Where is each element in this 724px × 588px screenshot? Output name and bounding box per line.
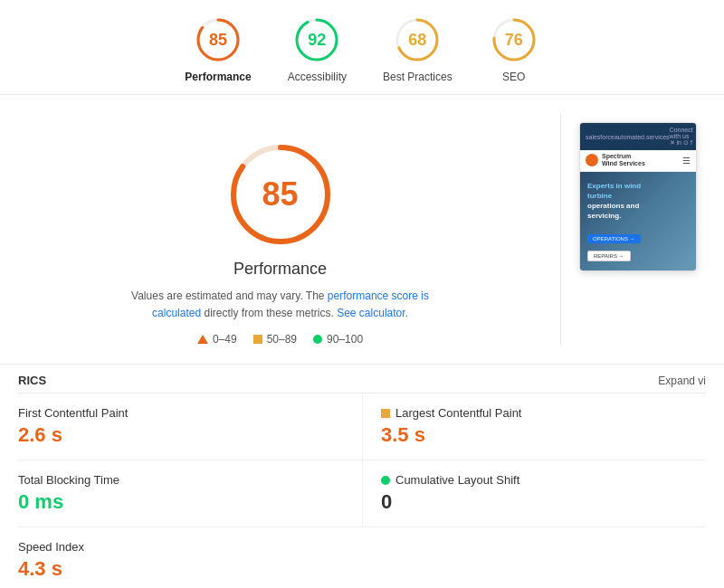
legend-red-label: 0–49 [213,333,237,346]
metric-lcp-value: 3.5 s [381,423,706,447]
expand-button[interactable]: Expand vi [658,375,706,387]
main-content: 85 Performance Values are estimated and … [0,95,724,365]
metric-fcp-value: 2.6 s [18,423,344,447]
score-label-performance: Performance [185,71,251,83]
metric-tbt-name: Total Blocking Time [18,473,119,487]
metric-lcp-name: Largest Contentful Paint [395,406,521,420]
metric-cls: Cumulative Layout Shift 0 [362,460,706,527]
metric-si-header: Speed Index [18,540,706,554]
hero-btn2: REPAIRS → [587,251,631,261]
score-bar: 85 Performance 92 Accessibility 68 Best … [0,0,724,95]
score-item-performance[interactable]: 85 Performance [185,14,251,83]
metrics-header: RICS Expand vi [18,365,706,394]
metric-lcp: Largest Contentful Paint 3.5 s [362,394,706,460]
score-number-best-practices: 68 [408,31,426,50]
metric-cls-name: Cumulative Layout Shift [395,473,519,487]
score-label-seo: SEO [502,71,525,83]
metric-tbt-value: 0 ms [18,490,344,514]
metrics-section: RICS Expand vi First Contentful Paint 2.… [0,365,724,588]
metrics-grid: First Contentful Paint 2.6 s Largest Con… [18,394,706,527]
metric-cls-header: Cumulative Layout Shift [381,473,706,487]
score-item-seo[interactable]: 76 SEO [489,14,539,83]
score-item-best-practices[interactable]: 68 Best Practices [383,14,452,83]
screenshot-hero: Experts in windturbineoperations andserv… [580,172,696,270]
metric-si-name: Speed Index [18,540,84,554]
legend: 0–49 50–89 90–100 [197,333,363,346]
score-label-accessibility: Accessibility [288,71,347,83]
score-label-best-practices: Best Practices [383,71,452,83]
desc-mid: directly from these metrics. [201,307,337,319]
score-circle-performance: 85 [193,14,243,65]
score-circle-seo: 76 [489,14,539,65]
screenshot-top-bar: salesforceautomated.services Connect wit… [580,123,696,150]
left-panel: 85 Performance Values are estimated and … [18,113,561,346]
score-number-seo: 76 [505,31,523,50]
score-number-accessibility: 92 [308,31,326,50]
lcp-dot [381,409,390,418]
big-score-number: 85 [262,175,298,213]
nav-brand: SpectrumWind Services [602,153,645,168]
hero-highlight: Experts in windturbine [587,182,641,200]
metric-lcp-header: Largest Contentful Paint [381,406,706,420]
perf-desc: Values are estimated and may vary. The p… [127,288,434,322]
big-score-circle: 85 [226,140,335,249]
legend-orange-label: 50–89 [267,333,297,346]
metric-tbt: Total Blocking Time 0 ms [18,460,362,527]
screenshot-nav: SpectrumWind Services ☰ [580,150,696,172]
orange-icon [253,335,262,344]
nav-logo [586,154,598,166]
metric-fcp: First Contentful Paint 2.6 s [18,394,362,460]
red-icon [197,335,208,344]
metric-tbt-header: Total Blocking Time [18,473,344,487]
right-panel: salesforceautomated.services Connect wit… [579,113,706,346]
score-circle-accessibility: 92 [291,14,342,65]
hamburger-icon: ☰ [682,156,691,166]
metrics-header-title: RICS [18,374,46,387]
legend-green-label: 90–100 [327,333,363,346]
metric-cls-value: 0 [381,490,706,514]
perf-title: Performance [233,260,327,279]
score-number-performance: 85 [209,31,227,50]
legend-red: 0–49 [197,333,237,346]
metric-fcp-name: First Contentful Paint [18,406,128,420]
score-circle-best-practices: 68 [392,14,443,65]
metric-si-value: 4.3 s [18,557,706,581]
hero-btn1: OPERATIONS → [587,234,641,243]
calculator-link[interactable]: See calculator. [337,307,408,319]
green-icon [313,335,322,344]
cls-dot [381,476,390,485]
top-bar-connect: Connect with us ✕ in ⊙ f [670,127,693,147]
score-item-accessibility[interactable]: 92 Accessibility [288,14,347,83]
desc-text: Values are estimated and may vary. The [131,289,328,302]
screenshot-container: salesforceautomated.services Connect wit… [579,122,697,271]
hero-text: Experts in windturbineoperations andserv… [587,181,689,222]
metric-fcp-header: First Contentful Paint [18,406,344,420]
legend-green: 90–100 [313,333,363,346]
metric-si: Speed Index 4.3 s [18,527,706,588]
legend-orange: 50–89 [253,333,297,346]
top-bar-url: salesforceautomated.services [586,134,670,140]
